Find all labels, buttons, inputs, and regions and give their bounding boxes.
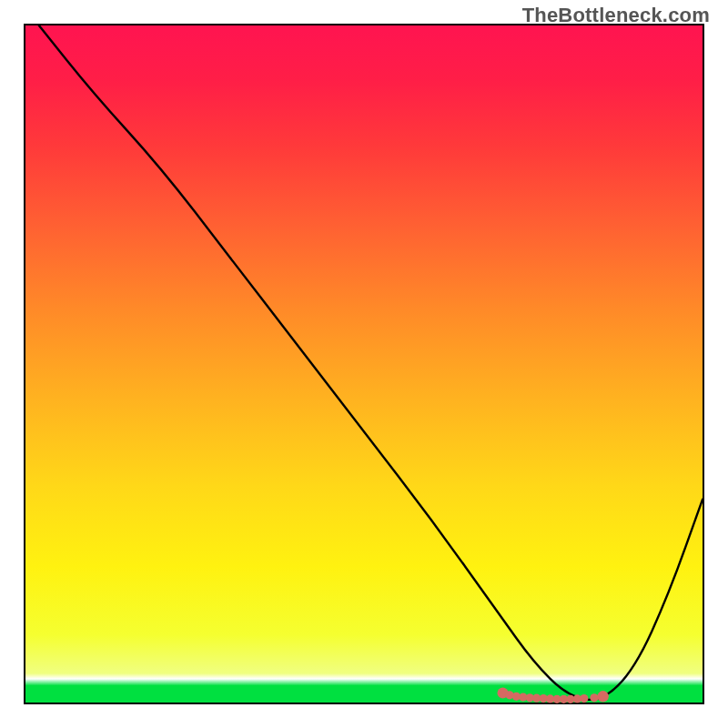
- bottleneck-chart: [0, 0, 728, 728]
- marker-dot: [590, 693, 598, 702]
- marker-dot: [580, 694, 588, 703]
- plot-background-gradient: [25, 25, 703, 703]
- chart-container: { "watermark": "TheBottleneck.com", "cha…: [0, 0, 728, 728]
- marker-dot: [597, 691, 608, 702]
- watermark-text: TheBottleneck.com: [522, 4, 710, 27]
